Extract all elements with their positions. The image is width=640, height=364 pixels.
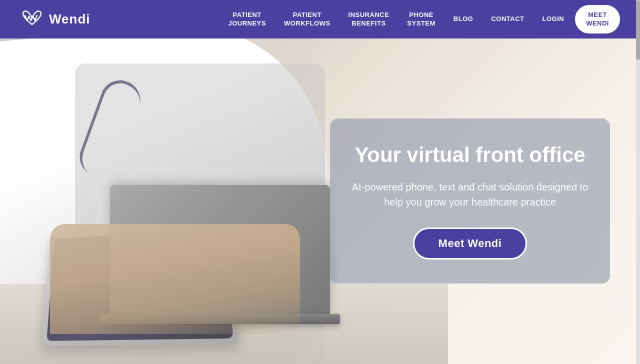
nav-patient-journeys[interactable]: PATIENT JOURNEYS [221,7,273,32]
hero-title: Your virtual front office [350,142,590,168]
hero-content-card: Your virtual front office AI-powered pho… [330,118,610,284]
nav-insurance-benefits[interactable]: INSURANCE BENEFITS [342,7,396,32]
meet-wendi-hero-button[interactable]: Meet Wendi [413,228,528,260]
navbar-links: PATIENT JOURNEYS PATIENT WORKFLOWS INSUR… [221,5,620,34]
scrollbar-track[interactable] [636,0,640,364]
hands-overlay [50,224,300,334]
nav-blog[interactable]: BLOG [446,11,480,28]
hero-section: Your virtual front office AI-powered pho… [0,38,640,364]
meet-wendi-nav-button[interactable]: MEET WENDI [575,5,620,34]
logo-text: Wendi [49,12,90,27]
scrollbar-thumb[interactable] [636,0,640,60]
wendi-logo-icon [20,10,44,30]
hero-subtitle: AI-powered phone, text and chat solution… [350,180,590,210]
navbar: Wendi PATIENT JOURNEYS PATIENT WORKFLOWS… [0,0,640,38]
logo-link[interactable]: Wendi [20,10,90,30]
nav-contact[interactable]: CONTACT [484,11,531,28]
nav-login[interactable]: LOGIN [535,11,571,28]
nav-patient-workflows[interactable]: PATIENT WORKFLOWS [277,7,338,32]
nav-phone-system[interactable]: PHONE SYSTEM [400,7,442,32]
